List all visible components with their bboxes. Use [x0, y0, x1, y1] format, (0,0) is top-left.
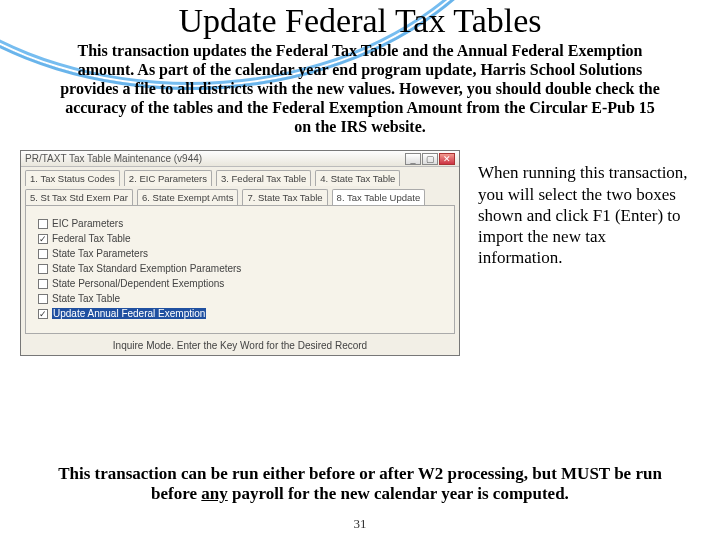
tab[interactable]: 5. St Tax Std Exem Par [25, 189, 133, 205]
tab-body: EIC ParametersFederal Tax TableState Tax… [25, 205, 455, 334]
tab-row-1: 1. Tax Status Codes2. EIC Parameters3. F… [21, 167, 459, 186]
maximize-icon[interactable]: ▢ [422, 153, 438, 165]
checkbox-row: Federal Tax Table [38, 233, 442, 244]
tab[interactable]: 2. EIC Parameters [124, 170, 212, 186]
checkbox-row: State Tax Table [38, 293, 442, 304]
tab[interactable]: 6. State Exempt Amts [137, 189, 238, 205]
tab[interactable]: 8. Tax Table Update [332, 189, 426, 205]
closing-tail: payroll for the new calendar year is com… [228, 484, 569, 503]
closing-paragraph: This transaction can be run either befor… [0, 464, 720, 504]
tab[interactable]: 1. Tax Status Codes [25, 170, 120, 186]
checkbox[interactable] [38, 219, 48, 229]
intro-paragraph: This transaction updates the Federal Tax… [60, 42, 660, 136]
tab[interactable]: 4. State Tax Table [315, 170, 400, 186]
checkbox-label: State Personal/Dependent Exemptions [52, 278, 224, 289]
checkbox[interactable] [38, 249, 48, 259]
tab-row-2: 5. St Tax Std Exem Par6. State Exempt Am… [21, 186, 459, 205]
page-number: 31 [0, 516, 720, 532]
minimize-icon[interactable]: _ [405, 153, 421, 165]
checkbox-label: State Tax Parameters [52, 248, 148, 259]
window-title: PR/TAXT Tax Table Maintenance (v944) [25, 153, 405, 164]
window-titlebar: PR/TAXT Tax Table Maintenance (v944) _ ▢… [21, 151, 459, 167]
status-line: Inquire Mode. Enter the Key Word for the… [21, 340, 459, 351]
checkbox[interactable] [38, 279, 48, 289]
window-buttons: _ ▢ ✕ [405, 153, 455, 165]
checkbox-label: Update Annual Federal Exemption [52, 308, 206, 319]
checkbox[interactable] [38, 309, 48, 319]
checkbox-label: Federal Tax Table [52, 233, 131, 244]
closing-underlined: any [201, 484, 227, 503]
app-screenshot: PR/TAXT Tax Table Maintenance (v944) _ ▢… [20, 150, 460, 356]
checkbox-row: State Personal/Dependent Exemptions [38, 278, 442, 289]
checkbox-row: State Tax Parameters [38, 248, 442, 259]
close-icon[interactable]: ✕ [439, 153, 455, 165]
checkbox[interactable] [38, 264, 48, 274]
page-title: Update Federal Tax Tables [0, 2, 720, 40]
checkbox[interactable] [38, 234, 48, 244]
tab[interactable]: 3. Federal Tax Table [216, 170, 311, 186]
checkbox-row: State Tax Standard Exemption Parameters [38, 263, 442, 274]
tab[interactable]: 7. State Tax Table [242, 189, 327, 205]
checkbox-label: EIC Parameters [52, 218, 123, 229]
side-paragraph: When running this transaction, you will … [478, 162, 693, 268]
checkbox-label: State Tax Standard Exemption Parameters [52, 263, 241, 274]
checkbox-row: Update Annual Federal Exemption [38, 308, 442, 319]
checkbox-row: EIC Parameters [38, 218, 442, 229]
checkbox-label: State Tax Table [52, 293, 120, 304]
checkbox[interactable] [38, 294, 48, 304]
content-row: PR/TAXT Tax Table Maintenance (v944) _ ▢… [0, 150, 720, 356]
